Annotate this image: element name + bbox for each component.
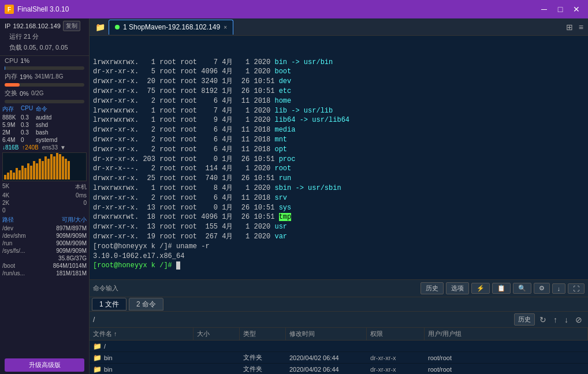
process-row[interactable]: 2M0.3bash xyxy=(0,129,89,136)
bottom-tab[interactable]: 2 命令 xyxy=(129,298,163,311)
cmd-input-bar: 命令输入 历史 选项 ⚡ 📋 🔍 ⚙ ↓ ⛶ xyxy=(90,279,588,297)
traffic-scale-5k: 5K xyxy=(2,183,9,191)
traffic-bar xyxy=(68,161,70,179)
file-rows: 📁bin 文件夹 2020/04/02 06:44 dr-xr-xr-x roo… xyxy=(90,352,588,374)
terminal-line: drwxr-xr-x. 19 root root 267 4月 1 2020 v… xyxy=(93,232,585,242)
file-list[interactable]: 📁/ 📁bin 文件夹 2020/04/02 06:44 dr-xr-xr-x … xyxy=(90,341,588,374)
terminal-line: lrwxrwxrwx. 1 root root 8 4月 1 2020 sbin… xyxy=(93,184,585,193)
history-button[interactable]: 历史 xyxy=(420,282,444,294)
net-dropdown-icon[interactable]: ▼ xyxy=(60,144,66,151)
fb-delete-button[interactable]: ⊘ xyxy=(573,314,585,326)
disk-path: /sys/fs/... xyxy=(2,248,25,254)
process-row[interactable]: 5.9M0.3sshd xyxy=(0,121,89,129)
file-parent-row[interactable]: 📁/ xyxy=(90,341,588,352)
tab-close-button[interactable]: × xyxy=(224,24,227,31)
proc-mem-header[interactable]: 内存 xyxy=(2,105,20,113)
upgrade-button[interactable]: 升级高级版 xyxy=(5,358,84,372)
swap-bar-row xyxy=(0,99,89,104)
file-row[interactable]: 📁bin 文件夹 2020/04/02 06:44 dr-xr-xr-x roo… xyxy=(90,352,588,364)
terminal-line: dr-xr-xr-x. 5 root root 4096 4月 1 2020 b… xyxy=(93,67,585,77)
proc-cmd-header[interactable]: 命令 xyxy=(36,105,87,113)
file-row[interactable]: 📁bin 文件夹 2020/04/02 06:44 dr-xr-xr-x roo… xyxy=(90,364,588,374)
process-rows: 888K0.3auditd5.9M0.3sshd2M0.3bash6.4M0sy… xyxy=(0,114,89,144)
fb-col-owner[interactable]: 用户/用户组 xyxy=(425,328,588,340)
traffic-rtt-label: 本机 xyxy=(75,183,87,191)
traffic-scale-2k: 2K xyxy=(2,200,9,206)
disk-path-header: 路径 xyxy=(2,216,14,224)
terminal-line: 3.10.0-1062.el7.x86_64 xyxy=(93,252,585,261)
traffic-scale-4k: 4K xyxy=(2,192,9,199)
traffic-bar xyxy=(7,173,9,179)
main-tab[interactable]: 1 ShopMaven-192.168.102.149 × xyxy=(109,20,233,35)
traffic-bar xyxy=(10,170,12,179)
fb-refresh-button[interactable]: ↻ xyxy=(537,314,549,326)
traffic-bar xyxy=(47,159,50,179)
terminal-line: lrwxrwxrwx. 1 root root 7 4月 1 2020 bin … xyxy=(93,58,585,68)
fullscreen-icon-button[interactable]: ⛶ xyxy=(568,283,585,294)
fb-col-modified[interactable]: 修改时间 xyxy=(286,328,367,340)
cmd-input-field[interactable] xyxy=(121,285,418,293)
fb-col-name[interactable]: 文件名 ↑ xyxy=(90,328,193,340)
fb-col-type[interactable]: 类型 xyxy=(240,328,286,340)
fb-history-button[interactable]: 历史 xyxy=(514,313,535,326)
traffic-bar xyxy=(33,161,35,179)
download-icon-button[interactable]: ↓ xyxy=(552,283,566,294)
copy-ip-button[interactable]: 复制 xyxy=(63,21,80,31)
proc-cpu-header[interactable]: CPU xyxy=(21,105,35,113)
terminal-line: drwxr-xr-x. 2 root root 6 4月 11 2018 srv xyxy=(93,193,585,203)
file-perms: dr-xr-xr-x xyxy=(367,366,425,373)
search-icon-button[interactable]: 🔍 xyxy=(513,283,531,294)
traffic-bar xyxy=(4,175,6,179)
traffic-bar xyxy=(18,170,21,179)
file-modified: 2020/04/02 06:44 xyxy=(286,354,367,361)
options-button[interactable]: 选项 xyxy=(446,282,469,294)
fb-upload-button[interactable]: ↑ xyxy=(551,314,560,326)
maximize-button[interactable]: □ xyxy=(553,3,567,15)
fb-col-perms[interactable]: 权限 xyxy=(367,328,425,340)
traffic-bar xyxy=(65,159,67,179)
net-down: ↓816B xyxy=(2,144,18,151)
traffic-bar xyxy=(50,154,53,179)
process-row[interactable]: 6.4M0systemd xyxy=(0,136,89,144)
mem-detail: 341M/1.8G xyxy=(35,73,63,80)
file-perms: dr-xr-xr-x xyxy=(367,354,425,361)
ip-label: IP xyxy=(5,23,10,29)
swap-detail: 0/2G xyxy=(31,90,44,96)
fb-col-size[interactable]: 大小 xyxy=(193,328,240,340)
settings-icon-button[interactable]: ⚙ xyxy=(534,283,550,294)
folder-nav-icon[interactable]: 📁 xyxy=(92,21,109,33)
fb-download-button[interactable]: ↓ xyxy=(562,314,571,326)
net-iface: ens33 xyxy=(42,144,58,151)
file-browser-path: / xyxy=(93,316,512,324)
list-view-button[interactable]: ≡ xyxy=(576,21,586,33)
disk-section: 路径 可用/大小 /dev897M/897M/dev/shm909M/909M/… xyxy=(0,214,89,278)
process-table-header[interactable]: 内存 CPU 命令 xyxy=(0,104,89,114)
grid-view-button[interactable]: ⊞ xyxy=(564,21,575,33)
swap-pct: 0% xyxy=(20,90,29,97)
disk-row: /run/us...181M/181M xyxy=(2,270,87,277)
minimize-button[interactable]: ─ xyxy=(537,3,551,15)
bottom-tab[interactable]: 1 文件 xyxy=(92,298,126,311)
app-icon: F xyxy=(5,5,14,14)
traffic-bar xyxy=(27,163,29,179)
traffic-bar xyxy=(30,166,32,179)
traffic-bar xyxy=(62,156,64,179)
terminal-line: drwxr-xr-x. 13 root root 155 4月 1 2020 u… xyxy=(93,222,585,232)
traffic-bar xyxy=(24,168,27,179)
tab-label: 1 ShopMaven-192.168.102.149 xyxy=(123,23,220,31)
terminal-area[interactable]: lrwxrwxrwx. 1 root root 7 4月 1 2020 bin … xyxy=(90,36,588,279)
process-row[interactable]: 888K0.3auditd xyxy=(0,114,89,121)
traffic-bar xyxy=(36,163,38,179)
disk-row: /run900M/909M xyxy=(2,240,87,247)
terminal-line: drwxr-xr-x. 25 root root 740 1月 26 10:51… xyxy=(93,174,585,184)
lightning-button[interactable]: ⚡ xyxy=(471,283,490,294)
copy-icon-button[interactable]: 📋 xyxy=(492,283,511,294)
disk-path: /dev/shm xyxy=(2,233,26,239)
cpu-label: CPU xyxy=(5,57,18,64)
disk-path: /boot xyxy=(2,263,15,269)
terminal-line: dr-xr-xr-x. 13 root root 0 1月 26 10:51 s… xyxy=(93,203,585,213)
terminal-line: drwxrwxrwt. 18 root root 4096 1月 26 10:5… xyxy=(93,212,585,222)
close-button[interactable]: ✕ xyxy=(570,3,583,15)
disk-row: /boot864M/1014M xyxy=(2,262,87,270)
disk-path: /run xyxy=(2,240,12,246)
